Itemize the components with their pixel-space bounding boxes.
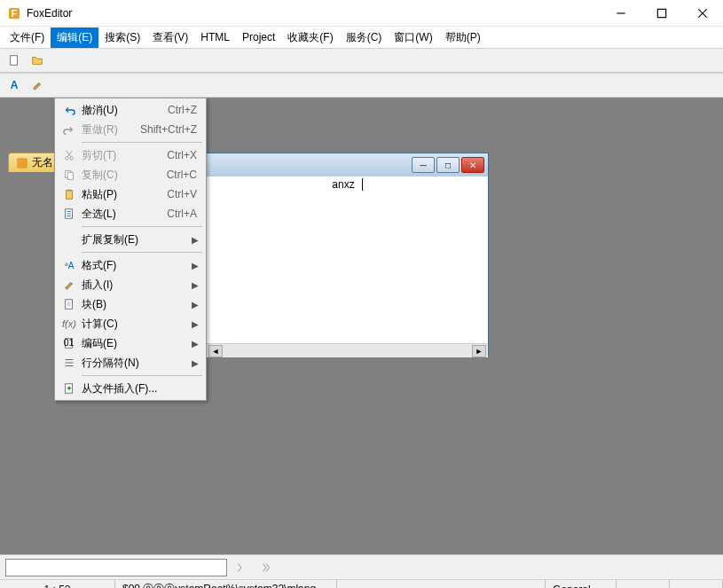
menu-service[interactable]: 服务(C) (340, 27, 389, 48)
menu-item-shortcut: Ctrl+C (167, 169, 200, 181)
menu-item-label: 计算(C) (78, 317, 192, 332)
menu-item-label: 插入(I) (78, 278, 192, 293)
menu-item-copy: 复制(C)Ctrl+C (57, 165, 204, 184)
menu-item-label: 从文件插入(F)... (78, 381, 200, 396)
child-close-button[interactable]: ✕ (461, 157, 484, 173)
copy-icon (60, 169, 78, 181)
menu-separator (82, 375, 202, 376)
watermark-subtext: anxz.com (266, 438, 461, 452)
undo-icon (60, 104, 78, 116)
submenu-arrow-icon: ▶ (192, 235, 200, 245)
brush-button[interactable] (27, 75, 48, 95)
menu-item-label: 格式(F) (78, 258, 192, 273)
watermark-icon: 🛍 (266, 355, 461, 395)
editor-text: anxz (332, 178, 354, 343)
find-next-button[interactable] (231, 558, 252, 577)
svg-text:01: 01 (64, 337, 75, 348)
menu-item-label: 复制(C) (78, 168, 167, 183)
menu-item-label: 撤消(U) (78, 103, 168, 118)
child-maximize-button[interactable]: □ (436, 157, 460, 173)
menu-item-label: 块(B) (78, 297, 192, 312)
menu-item-shortcut: Ctrl+V (167, 188, 200, 200)
menu-separator (82, 226, 202, 227)
svg-rect-38 (67, 190, 71, 192)
paste-icon (60, 188, 78, 200)
app-icon: F (7, 6, 21, 20)
menu-favorites[interactable]: 收藏夹(F) (281, 27, 339, 48)
menu-file[interactable]: 文件(F) (4, 27, 51, 48)
minimize-button[interactable] (601, 0, 641, 27)
menu-item-undo[interactable]: 撤消(U)Ctrl+Z (57, 100, 204, 120)
menu-edit[interactable]: 编辑(E) (51, 27, 98, 48)
document-tab-label: 无名 (32, 155, 53, 170)
open-button[interactable] (27, 51, 48, 70)
format-text-button[interactable]: A (4, 75, 25, 95)
menu-item-shortcut: Ctrl+Z (168, 104, 200, 116)
insert-icon (60, 278, 78, 291)
menu-item-encoding[interactable]: 01编码(E)▶ (57, 333, 204, 353)
menu-item-calc[interactable]: f(x)计算(C)▶ (57, 314, 204, 333)
titlebar: F FoxEditor (0, 0, 723, 27)
cut-icon (60, 149, 78, 161)
editor-content[interactable]: anxz (207, 176, 488, 343)
status-position: 1 : 52 (0, 580, 115, 588)
menu-item-format[interactable]: ᵃA格式(F)▶ (57, 255, 204, 275)
menu-item-shortcut: Ctrl+X (167, 149, 200, 161)
submenu-arrow-icon: ▶ (192, 300, 200, 310)
menu-item-8[interactable]: 扩展复制(E)▶ (57, 230, 204, 249)
menu-project[interactable]: Project (236, 28, 281, 46)
new-button[interactable] (4, 51, 25, 70)
svg-rect-37 (67, 191, 73, 200)
svg-text:F: F (12, 7, 18, 18)
search-input[interactable] (5, 559, 227, 576)
menu-item-label: 粘贴(P) (78, 187, 167, 202)
watermark: 🛍 安下载 anxz.com (266, 355, 461, 452)
menu-item-linesep[interactable]: 行分隔符(N)▶ (57, 353, 204, 372)
menu-item-label: 编码(E) (78, 336, 192, 351)
find-prev-button[interactable] (255, 558, 277, 577)
status-mode: General (546, 580, 617, 588)
scroll-left-button[interactable]: ◄ (208, 345, 223, 357)
toolbar-2: A (0, 73, 723, 98)
editor-child-window: ─ □ ✕ anxz ◄ ► (206, 153, 489, 357)
menu-help[interactable]: 帮助(P) (439, 27, 487, 48)
document-tab[interactable]: 无名 (8, 153, 61, 172)
menubar: 文件(F) 编辑(E) 搜索(S) 查看(V) HTML Project 收藏夹… (0, 27, 723, 48)
block-icon (60, 298, 78, 310)
bottom-bar (0, 554, 723, 579)
svg-point-33 (66, 157, 69, 161)
text-cursor (362, 178, 363, 191)
submenu-arrow-icon: ▶ (192, 280, 200, 290)
app-title: FoxEditor (27, 7, 601, 20)
menu-view[interactable]: 查看(V) (146, 27, 194, 48)
menu-html[interactable]: HTML (194, 28, 236, 46)
menu-search[interactable]: 搜索(S) (98, 27, 146, 48)
menu-item-fileinsert[interactable]: 从文件插入(F)... (57, 379, 204, 398)
svg-point-34 (70, 157, 74, 161)
child-minimize-button[interactable]: ─ (412, 157, 435, 173)
status-path: $00 ⓪⓪⓪ystemRoot%\system32\mlang (115, 580, 337, 588)
menu-item-insert[interactable]: 插入(I)▶ (57, 275, 204, 294)
child-titlebar: ─ □ ✕ (207, 153, 488, 176)
submenu-arrow-icon: ▶ (192, 339, 200, 349)
menu-item-shortcut: Shift+Ctrl+Z (140, 123, 200, 136)
menu-item-cut: 剪切(T)Ctrl+X (57, 145, 204, 165)
menu-item-paste[interactable]: 粘贴(P)Ctrl+V (57, 184, 204, 204)
linesep-icon (60, 357, 78, 369)
menu-window[interactable]: 窗口(W) (388, 27, 438, 48)
scroll-right-button[interactable]: ► (472, 345, 486, 357)
menu-item-label: 扩展复制(E) (78, 232, 192, 247)
encoding-icon: 01 (60, 337, 78, 349)
menu-item-shortcut: Ctrl+A (167, 208, 200, 220)
svg-rect-3 (657, 9, 665, 17)
svg-rect-6 (11, 56, 18, 66)
close-button[interactable] (682, 0, 723, 27)
submenu-arrow-icon: ▶ (192, 261, 200, 270)
redo-icon (60, 123, 78, 136)
svg-rect-32 (17, 158, 28, 169)
child-horizontal-scrollbar[interactable]: ◄ ► (207, 343, 488, 357)
menu-item-selectall[interactable]: 全选(L)Ctrl+A (57, 204, 204, 223)
maximize-button[interactable] (641, 0, 682, 27)
menu-item-label: 行分隔符(N) (78, 356, 192, 371)
menu-item-block[interactable]: 块(B)▶ (57, 294, 204, 314)
